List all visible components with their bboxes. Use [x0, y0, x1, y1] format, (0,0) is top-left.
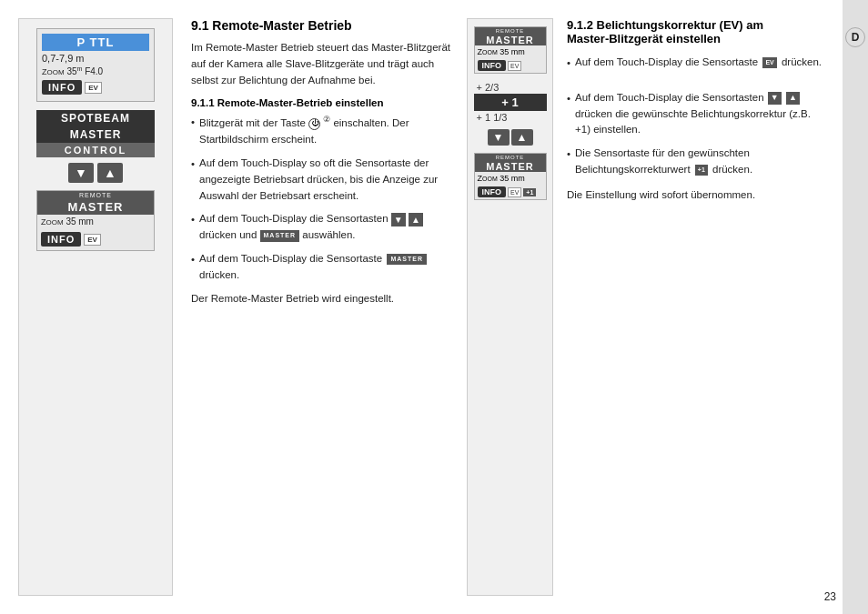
right-bullet-1-text: Auf dem Touch-Display die Sensortaste EV… [575, 55, 822, 72]
zoom-aperture: ZOOM 35m F4.0 [42, 65, 103, 76]
zoom-label: ZOOM [42, 67, 65, 76]
down-inline-ev: ▼ [768, 92, 782, 105]
bullet-2-text: Auf dem Touch-Display so oft die Sensort… [199, 156, 453, 204]
middle-text-column: 9.1 Remote-Master Betrieb Im Remote-Mast… [173, 0, 467, 614]
right-bullet-dot-3: • [567, 146, 570, 178]
arrow-row: ▼ ▲ [68, 163, 123, 183]
master-bar: MASTER [36, 126, 155, 143]
pttl-bar: P TTL [42, 34, 149, 51]
spacer [567, 79, 829, 90]
zoom-line: ZOOM 35 mm [37, 215, 154, 228]
bullet-dot-2: • [191, 156, 195, 204]
rm-label-sm: REMOTE [475, 27, 546, 35]
down-arrow-btn[interactable]: ▼ [68, 163, 94, 183]
bullet-dot-3: • [191, 212, 195, 244]
spotbeam-bar: SPOTBEAM [36, 110, 155, 126]
zoom-val: 35 mm [66, 216, 94, 226]
right-final-text: Die Einstellung wird sofort übernommen. [567, 187, 829, 204]
right-bullet-3: • Die Sensortaste für den gewünschten Be… [567, 146, 829, 178]
remote-master-sm-bottom: REMOTE MASTER ZOOM 35 mm INFO EV +1 [474, 153, 547, 200]
bullet-1: • Blitzgerät mit der Taste ⏻ ② einschalt… [191, 114, 453, 147]
down-arrow-sm[interactable]: ▼ [488, 129, 510, 146]
num-2: ② [323, 115, 330, 124]
bullet-1-text: Blitzgerät mit der Taste ⏻ ② einschalten… [199, 114, 453, 147]
far-right-tab: D [843, 0, 868, 614]
info-btn2: INFO [41, 232, 81, 247]
master-inline-icon: MASTER [260, 230, 300, 242]
info-ev-sm-top: INFO EV [475, 58, 546, 73]
ev-badge2: EV [84, 234, 101, 246]
bullet-3: • Auf dem Touch-Display die Sensortasten… [191, 211, 453, 244]
val-plus1-3: + 1 1/3 [474, 111, 547, 124]
section-9-1-final: Der Remote-Master Betrieb wird eingestel… [191, 291, 453, 307]
page-number: 23 [824, 590, 836, 603]
ev-plus1-badge: +1 [523, 188, 536, 196]
right-device-panel: REMOTE MASTER ZOOM 35 mm INFO EV + 2/3 +… [467, 18, 553, 596]
arrows-sm: ▼ ▲ [488, 129, 533, 146]
power-icon: ⏻ [308, 118, 320, 130]
ev-values-block: + 2/3 + 1 + 1 1/3 [474, 81, 547, 124]
section-9-1-2-title1: 9.1.2 Belichtungskorrektur (EV) am [567, 18, 763, 32]
ev-badge: EV [85, 82, 102, 94]
zoom-value: 35m [66, 66, 82, 76]
tab-d: D [845, 27, 865, 47]
right-bullet-dot-1: • [567, 55, 570, 72]
up-inline-ev: ▲ [786, 92, 800, 105]
bullet-dot-4: • [191, 252, 195, 284]
remote-label: REMOTE [37, 191, 154, 199]
master-inline-icon2: MASTER [387, 254, 427, 266]
bullet-dot-1: • [191, 115, 195, 147]
info-button: INFO [42, 80, 82, 95]
right-bullet-2: • Auf dem Touch-Display die Sensortasten… [567, 90, 829, 138]
bullet-3-text: Auf dem Touch-Display die Sensortasten ▼… [199, 211, 453, 244]
control-bar: CONTROL [36, 143, 155, 157]
zoom-sm: ZOOM [41, 217, 64, 226]
down-inline-icon: ▼ [391, 213, 406, 227]
ev-badge-sm: EV [508, 61, 521, 71]
up-inline-icon: ▲ [409, 213, 423, 227]
range-text: 0,7-7,9 m [42, 53, 84, 64]
zoom-sm-bottom: ZOOM 35 mm [475, 172, 546, 185]
rm-label-sm2: REMOTE [475, 154, 546, 161]
info-btn-sm: INFO [478, 60, 507, 71]
right-bullet-2-text: Auf dem Touch-Display die Sensortasten ▼… [575, 90, 829, 138]
up-arrow-btn[interactable]: ▲ [97, 163, 123, 183]
info-ev-row: INFO EV [42, 80, 149, 95]
up-arrow-sm[interactable]: ▲ [511, 129, 533, 146]
info-btn-sm2: INFO [478, 186, 507, 197]
rm-master-sm2: MASTER [475, 161, 546, 172]
section-9-1-title: 9.1 Remote-Master Betrieb [191, 18, 453, 33]
bullet-4: • Auf dem Touch-Display die Sensortaste … [191, 251, 453, 284]
subsection-9-1-1-title: 9.1.1 Remote-Master-Betrieb einstellen [191, 97, 453, 108]
zoom-sm-top: ZOOM 35 mm [475, 45, 546, 58]
right-text-column: 9.1.2 Belichtungskorrektur (EV) am Maste… [553, 0, 843, 614]
section-9-1-body: Im Remote-Master Betrieb steuert das Mas… [191, 40, 453, 88]
bullet-2: • Auf dem Touch-Display so oft die Senso… [191, 156, 453, 204]
remote-master-block: REMOTE MASTER ZOOM 35 mm INFO EV [36, 190, 155, 251]
remote-master-sm-top: REMOTE MASTER ZOOM 35 mm INFO EV [474, 26, 547, 74]
right-bullet-dot-2: • [567, 91, 570, 138]
ev-badge-sm2: EV [508, 187, 521, 197]
section-9-1-2-title2: Master-Blitzgerät einstellen [567, 32, 721, 45]
val-plus2-3: + 2/3 [474, 81, 547, 94]
device-screen-top: P TTL 0,7-7,9 m ZOOM 35m F4.0 INFO EV [36, 28, 155, 102]
right-bullet-3-text: Die Sensortaste für den gewünschten Beli… [575, 146, 829, 178]
info-ev-sm-bottom: INFO EV +1 [475, 185, 546, 199]
val-plus1: + 1 [474, 94, 547, 111]
right-bullet-1: • Auf dem Touch-Display die Sensortaste … [567, 55, 829, 72]
page-container: P TTL 0,7-7,9 m ZOOM 35m F4.0 INFO EV SP… [0, 0, 868, 614]
section-9-1-2-header: 9.1.2 Belichtungskorrektur (EV) am Maste… [567, 18, 829, 45]
left-device-panel: P TTL 0,7-7,9 m ZOOM 35m F4.0 INFO EV SP… [18, 18, 173, 596]
ev-inline-badge: EV [762, 57, 776, 69]
info-ev-row2: INFO EV [37, 230, 154, 248]
aperture-value: F4.0 [85, 66, 103, 76]
bullet-4-text: Auf dem Touch-Display die Sensortaste MA… [199, 251, 453, 284]
plus1-inline: +1 [695, 165, 708, 176]
master-label-big: MASTER [37, 199, 154, 215]
rm-master-sm: MASTER [475, 35, 546, 45]
